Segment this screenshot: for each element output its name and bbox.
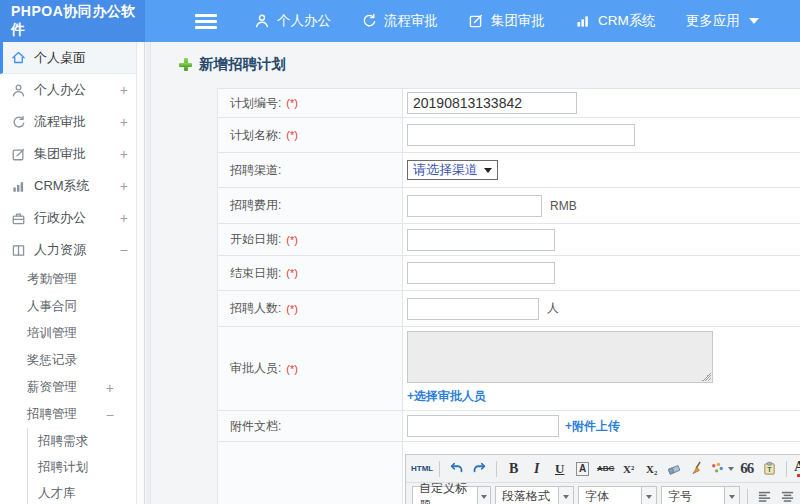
sidebar-item-label: 考勤管理 [27,271,77,288]
editor-toolbar-row2: 自定义标题 段落格式 字体 字号 [406,483,800,504]
redo-icon[interactable] [469,458,490,479]
end-date-input[interactable] [407,262,555,284]
editor-toolbar-row1: HTMLBIUAABCX²X₂66TAab [406,455,800,483]
clean-broom-icon[interactable] [687,458,708,479]
required-mark: (*) [286,234,298,246]
sidebar-item-label: 个人桌面 [34,49,86,67]
form-row-recruit-cost: 招聘费用:RMB [218,188,800,224]
form-row-recruit-channel: 招聘渠道: 请选择渠道 [218,153,800,188]
start-date-input[interactable] [407,229,555,251]
approvers-link[interactable]: +选择审批人员 [407,388,713,405]
sidebar-item-人力资源[interactable]: 人力资源− [0,234,144,266]
topbar-item-4[interactable]: CRM系统 [560,0,671,42]
expand-plus-icon[interactable]: + [106,380,114,396]
hamburger-menu-icon[interactable] [195,14,217,29]
expand-plus-icon[interactable]: + [120,146,128,162]
sidebar-item-个人桌面[interactable]: 个人桌面 [0,42,144,74]
plan-number-input[interactable] [407,92,577,114]
tree-rail [27,428,28,454]
underline-button[interactable]: U [549,458,570,479]
collapse-minus-icon[interactable]: − [106,407,114,423]
sidebar-item-label: 人才库 [38,485,76,502]
editor-dropdown-1[interactable]: 自定义标题 [412,486,491,504]
form-value-end-date [403,256,800,290]
attachment-input[interactable] [407,415,559,437]
recruit-cost-input[interactable] [407,195,542,217]
svg-text:T: T [768,466,773,473]
required-mark: (*) [286,97,298,109]
sidebar-item-考勤管理[interactable]: 考勤管理 [0,266,144,293]
editor-dropdown-2[interactable]: 段落格式 [495,486,574,504]
font-color-button[interactable]: A [793,458,800,479]
editor-dropdown-3[interactable]: 字体 [578,486,657,504]
topbar: PHPOA协同办公软件 个人办公流程审批集团审批CRM系统更多应用 [0,0,800,42]
sidebar-item-集团审批[interactable]: 集团审批+ [0,138,144,170]
strikethrough-button[interactable]: ABC [595,458,616,479]
form-label-attachment: 附件文档: [218,411,403,441]
approvers-textarea[interactable] [407,331,713,383]
sidebar-item-招聘计划[interactable]: 招聘计划 [0,454,144,480]
autotypeset-button[interactable]: A [572,458,593,479]
caret-down-icon [749,18,759,24]
app-logo: PHPOA协同办公软件 [0,0,145,42]
topbar-item-1[interactable]: 个人办公 [239,0,346,42]
required-mark: (*) [286,267,298,279]
align-left-icon[interactable] [754,486,775,504]
form-label-plan-name: 计划名称:(*) [218,118,403,152]
tree-rail [27,480,28,504]
expand-plus-icon[interactable]: + [120,114,128,130]
bold-button[interactable]: B [503,458,524,479]
undo-icon[interactable] [446,458,467,479]
sidebar-item-label: 人事合同 [27,298,77,315]
sidebar-item-招聘管理[interactable]: 招聘管理− [0,401,144,428]
collapse-minus-icon[interactable]: − [120,242,128,258]
italic-button[interactable]: I [526,458,547,479]
form-value-attachment: +附件上传 [403,411,800,441]
sidebar-item-奖惩记录[interactable]: 奖惩记录 [0,347,144,374]
panel-divider [146,42,151,504]
paste-text-icon[interactable]: T [759,458,780,479]
page-title-text: 新增招聘计划 [199,55,286,74]
expand-plus-icon[interactable]: + [120,210,128,226]
topbar-menu: 个人办公流程审批集团审批CRM系统更多应用 [239,0,774,42]
topbar-item-label: CRM系统 [598,12,656,30]
expand-plus-icon[interactable]: + [120,178,128,194]
eraser-icon[interactable] [664,458,685,479]
form-label-end-date: 结束日期:(*) [218,256,403,290]
sidebar-item-薪资管理[interactable]: 薪资管理+ [0,374,144,401]
format-painter-icon[interactable] [710,458,734,479]
form-value-plan-content: HTMLBIUAABCX²X₂66TAab自定义标题 段落格式 字体 字号 [403,442,800,504]
sidebar-scrollbar[interactable] [136,42,144,504]
topbar-item-3[interactable]: 集团审批 [453,0,560,42]
editor-dropdown-4[interactable]: 字号 [661,486,740,504]
expand-plus-icon[interactable]: + [120,82,128,98]
topbar-item-label: 流程审批 [384,12,438,30]
form-value-start-date [403,224,800,255]
form-value-approvers: +选择审批人员 [403,327,800,410]
recruit-count-input[interactable] [407,298,539,320]
topbar-item-5[interactable]: 更多应用 [671,0,774,42]
sidebar-item-label: 人力资源 [34,241,86,259]
sidebar-item-培训管理[interactable]: 培训管理 [0,320,144,347]
sidebar-item-流程审批[interactable]: 流程审批+ [0,106,144,138]
home-icon [11,50,26,65]
subscript-button[interactable]: X₂ [641,458,662,479]
html-source-button[interactable]: HTML [411,458,433,479]
main-content: 新增招聘计划 计划编号:(*)计划名称:(*)招聘渠道: 请选择渠道 招聘费用:… [146,42,800,504]
sidebar-item-CRM系统[interactable]: CRM系统+ [0,170,144,202]
recruit-channel-select[interactable]: 请选择渠道 [407,160,498,180]
form-row-start-date: 开始日期:(*) [218,224,800,256]
sidebar-item-人事合同[interactable]: 人事合同 [0,293,144,320]
sidebar-item-人才库[interactable]: 人才库 [0,480,144,504]
sidebar-item-招聘需求[interactable]: 招聘需求 [0,428,144,454]
sidebar-item-行政办公[interactable]: 行政办公+ [0,202,144,234]
topbar-item-2[interactable]: 流程审批 [346,0,453,42]
align-center-icon[interactable] [777,486,798,504]
sidebar-item-个人办公[interactable]: 个人办公+ [0,74,144,106]
superscript-button[interactable]: X² [618,458,639,479]
topbar-item-label: 更多应用 [686,12,740,30]
blockquote-button[interactable]: 66 [736,458,757,479]
plan-name-input[interactable] [407,124,635,146]
caret-down-icon [481,495,487,499]
attachment-link[interactable]: +附件上传 [565,418,620,435]
